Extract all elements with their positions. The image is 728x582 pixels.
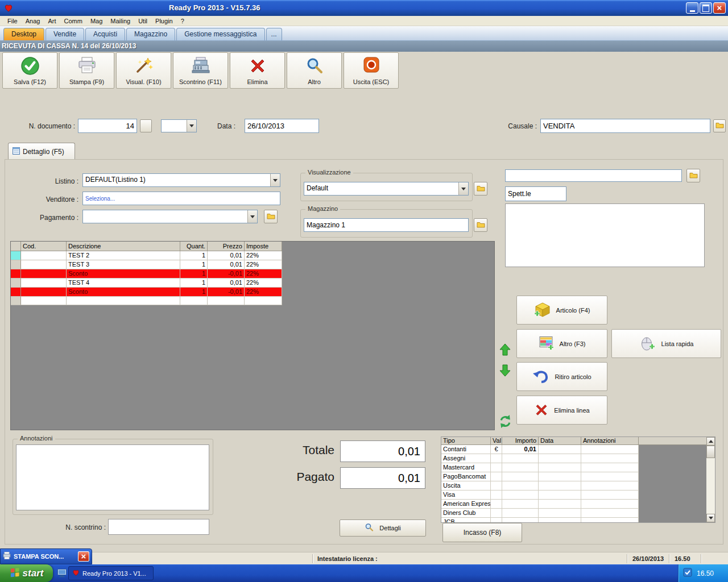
payment-row-jcb[interactable]: JCB: [441, 518, 715, 523]
stampa-button[interactable]: Stampa (F9): [59, 52, 114, 89]
menu-mag[interactable]: Mag: [86, 16, 106, 26]
causale-input[interactable]: [540, 119, 710, 133]
doc-suffix-combo[interactable]: [161, 119, 197, 132]
payment-row-mastercard[interactable]: Mastercard: [441, 463, 715, 472]
altro-toolbar-button[interactable]: Altro: [287, 52, 342, 89]
salva-button[interactable]: Salva (F12): [2, 52, 57, 89]
row-selector[interactable]: [11, 288, 21, 297]
data-input[interactable]: [245, 119, 319, 133]
spettle-input[interactable]: [505, 186, 566, 201]
tab-desktop[interactable]: Desktop: [3, 28, 44, 40]
payment-row-american-express[interactable]: American Express: [441, 500, 715, 509]
magazzino-input[interactable]: [304, 218, 469, 232]
visual-button[interactable]: Visual. (F10): [116, 52, 171, 89]
payment-row-visa[interactable]: Visa: [441, 490, 715, 500]
tab-magazzino[interactable]: Magazzino: [126, 28, 175, 40]
pagamento-folder-button[interactable]: [264, 210, 278, 223]
tab-more[interactable]: ...: [266, 28, 282, 40]
scroll-down-icon[interactable]: [706, 514, 715, 522]
articolo-button[interactable]: Articolo (F4): [516, 296, 607, 325]
pagamento-combo[interactable]: [82, 210, 258, 223]
start-button[interactable]: start: [0, 564, 53, 582]
stampa-close-button[interactable]: [78, 551, 89, 562]
move-row-down-icon[interactable]: [499, 364, 511, 380]
minimize-button[interactable]: [686, 2, 698, 14]
menu-art[interactable]: Art: [44, 16, 60, 26]
visualizzazione-combo[interactable]: Default: [304, 182, 469, 196]
menu-mailing[interactable]: Mailing: [106, 16, 134, 26]
chevron-down-icon[interactable]: [247, 210, 257, 223]
row-selector-current[interactable]: [11, 251, 21, 260]
tray-icon[interactable]: [683, 568, 692, 579]
elimina-button[interactable]: Elimina: [230, 52, 285, 89]
table-row[interactable]: TEST 2 1 0,01 22%: [11, 251, 283, 260]
tab-acquisti[interactable]: Acquisti: [85, 28, 125, 40]
magazzino-folder-button[interactable]: [474, 218, 487, 232]
table-row[interactable]: TEST 3 1 0,01 22%: [11, 260, 283, 269]
payment-row-diners-club[interactable]: Diners Club: [441, 509, 715, 518]
destinatario-textarea[interactable]: [505, 203, 705, 267]
table-row-discount[interactable]: Sconto 1 -0,01 22%: [11, 269, 283, 278]
close-button[interactable]: [713, 2, 726, 14]
lista-rapida-button[interactable]: Lista rapida: [611, 329, 721, 358]
table-row-discount[interactable]: Sconto 1 -0,01 22%: [11, 288, 283, 297]
dettagli-button[interactable]: Dettagli: [340, 519, 426, 537]
refresh-icon[interactable]: [498, 414, 512, 431]
payment-row-assegni[interactable]: Assegni: [441, 454, 715, 463]
annotazioni-textarea[interactable]: [16, 444, 209, 510]
menu-plugin[interactable]: Plugin: [151, 16, 177, 26]
col-descrizione[interactable]: Descrizione: [67, 242, 180, 251]
chevron-down-icon[interactable]: [187, 120, 196, 132]
row-selector[interactable]: [11, 269, 21, 278]
col-cod[interactable]: Cod.: [21, 242, 67, 251]
table-row[interactable]: TEST 4 1 0,01 22%: [11, 278, 283, 288]
visualizzazione-folder-button[interactable]: [474, 182, 487, 196]
taskbar-task-readypro[interactable]: Ready Pro 2013 - V1...: [68, 566, 154, 580]
uscita-button[interactable]: Uscita (ESC): [344, 52, 399, 89]
incasso-button[interactable]: Incasso (F8): [442, 523, 522, 542]
n-scontrino-input[interactable]: [108, 519, 209, 535]
chevron-down-icon[interactable]: [270, 174, 280, 186]
row-selector[interactable]: [11, 297, 21, 305]
menu-file[interactable]: File: [3, 16, 22, 26]
menu-help[interactable]: ?: [177, 16, 188, 26]
quick-launch-icon[interactable]: [57, 568, 67, 580]
col-val[interactable]: Val: [491, 437, 502, 445]
payment-row-uscita[interactable]: Uscita: [441, 481, 715, 490]
altro-f3-button[interactable]: Altro (F3): [516, 329, 607, 358]
payment-row-contanti[interactable]: Contanti € 0,01: [441, 445, 715, 454]
row-selector[interactable]: [11, 278, 21, 288]
stampa-mini-window[interactable]: STAMPA SCON...: [0, 548, 92, 564]
n-documento-ellipsis-button[interactable]: [140, 119, 152, 132]
menu-anag[interactable]: Anag: [22, 16, 44, 26]
n-documento-input[interactable]: [78, 119, 137, 133]
causale-folder-button[interactable]: [713, 119, 726, 132]
tab-vendite[interactable]: Vendite: [46, 28, 84, 40]
elimina-linea-button[interactable]: Elimina linea: [516, 396, 607, 425]
table-row-empty[interactable]: [11, 297, 283, 305]
venditore-input[interactable]: [82, 192, 280, 205]
col-imposte[interactable]: Imposte: [245, 242, 282, 251]
col-annotazioni[interactable]: Annotazioni: [581, 437, 639, 445]
menu-comm[interactable]: Comm: [60, 16, 86, 26]
listino-combo[interactable]: DEFAULT(Listino 1): [82, 173, 280, 187]
cliente-search-input[interactable]: [505, 169, 682, 182]
scontrino-button[interactable]: Scontrino (F11): [173, 52, 228, 89]
col-quant[interactable]: Quant.: [180, 242, 208, 251]
col-prezzo[interactable]: Prezzo: [208, 242, 245, 251]
chevron-down-icon[interactable]: [458, 182, 468, 195]
restore-button[interactable]: [700, 2, 712, 14]
scrollbar-thumb[interactable]: [706, 446, 715, 458]
payment-row-pagobancomat[interactable]: PagoBancomat: [441, 472, 715, 481]
col-tipo[interactable]: Tipo: [441, 437, 491, 445]
tab-gestione-messaggistica[interactable]: Gestione messaggistica: [176, 28, 264, 40]
ritiro-articolo-button[interactable]: Ritiro articolo: [516, 362, 607, 391]
col-data[interactable]: Data: [539, 437, 581, 445]
move-row-up-icon[interactable]: [499, 343, 511, 359]
row-selector[interactable]: [11, 260, 21, 269]
col-importo[interactable]: Importo: [502, 437, 539, 445]
scroll-up-icon[interactable]: [706, 437, 715, 446]
cliente-folder-button[interactable]: [686, 169, 700, 182]
payments-scrollbar[interactable]: [706, 437, 715, 522]
menu-util[interactable]: Util: [134, 16, 151, 26]
